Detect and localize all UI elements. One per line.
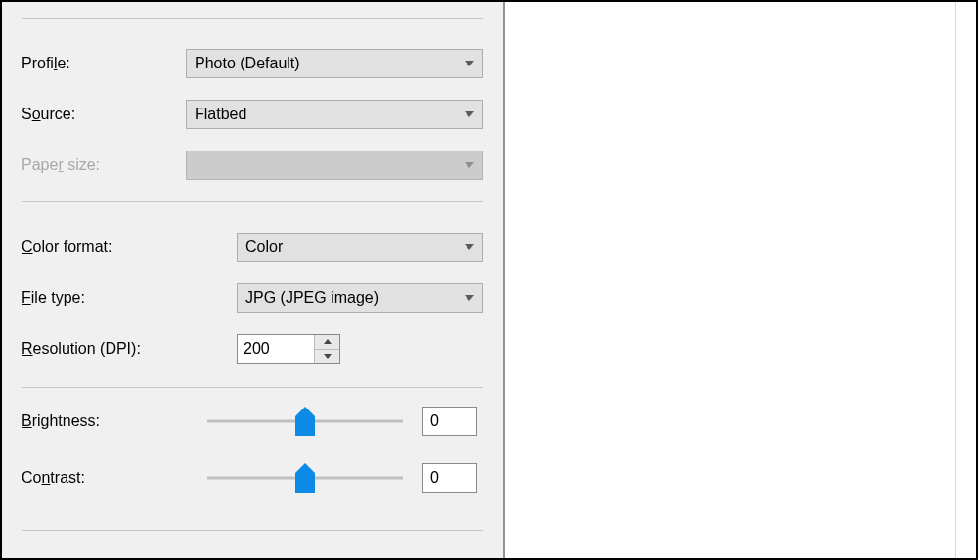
divider <box>22 387 483 388</box>
brightness-slider[interactable] <box>207 407 403 436</box>
file-type-combobox[interactable]: JPG (JPEG image) <box>237 283 483 313</box>
profile-label: Profile: <box>22 55 186 72</box>
file-type-label: File type: <box>22 289 237 307</box>
contrast-slider[interactable] <box>207 463 403 493</box>
divider <box>22 201 483 202</box>
svg-marker-1 <box>295 463 315 493</box>
contrast-value: 0 <box>430 469 439 487</box>
brightness-value-box[interactable]: 0 <box>422 407 477 436</box>
source-label: Source: <box>22 106 186 123</box>
brightness-value: 0 <box>430 412 439 430</box>
file-type-value: JPG (JPEG image) <box>245 289 459 307</box>
chevron-down-icon <box>465 61 474 66</box>
slider-thumb[interactable] <box>295 407 315 436</box>
brightness-label: Brightness: <box>22 412 207 430</box>
profile-value: Photo (Default) <box>195 55 459 72</box>
paper-size-combobox <box>186 151 483 180</box>
divider <box>22 530 483 531</box>
chevron-down-icon <box>465 111 474 117</box>
chevron-down-icon <box>465 162 474 168</box>
source-value: Flatbed <box>195 106 459 123</box>
slider-thumb[interactable] <box>295 463 315 493</box>
chevron-up-icon <box>324 339 332 344</box>
contrast-value-box[interactable]: 0 <box>422 463 477 493</box>
preview-area <box>505 2 976 558</box>
slider-thumb-icon <box>295 407 315 436</box>
spin-down-button[interactable] <box>315 350 339 364</box>
resolution-input[interactable] <box>238 335 314 363</box>
color-format-label: Color format: <box>22 238 237 256</box>
resolution-spinbox[interactable] <box>237 334 340 364</box>
color-format-combobox[interactable]: Color <box>237 233 483 262</box>
resolution-label: Resolution (DPI): <box>22 340 237 358</box>
spin-up-button[interactable] <box>315 335 339 350</box>
svg-marker-0 <box>295 407 315 436</box>
spin-buttons <box>314 335 339 363</box>
divider <box>22 18 483 19</box>
chevron-down-icon <box>465 244 474 250</box>
slider-thumb-icon <box>295 463 315 493</box>
source-combobox[interactable]: Flatbed <box>186 100 483 129</box>
chevron-down-icon <box>465 295 474 301</box>
profile-combobox[interactable]: Photo (Default) <box>186 49 483 78</box>
color-format-value: Color <box>245 238 459 256</box>
contrast-label: Contrast: <box>22 469 207 487</box>
chevron-down-icon <box>324 354 332 359</box>
paper-size-label: Paper size: <box>22 156 186 174</box>
preview-area-edge <box>955 2 956 558</box>
